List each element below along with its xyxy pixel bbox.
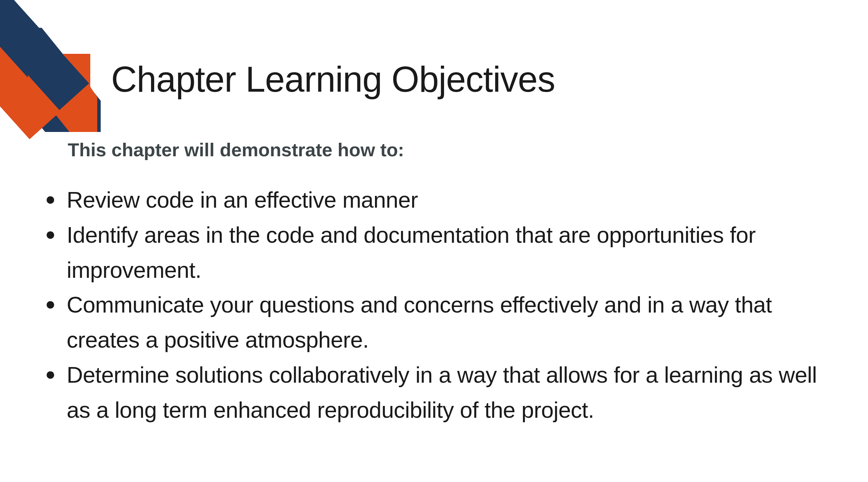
list-item: Review code in an effective manner xyxy=(45,183,826,218)
page-title: Chapter Learning Objectives xyxy=(111,59,555,100)
decorative-stripes-icon xyxy=(0,0,104,139)
objectives-list: Review code in an effective manner Ident… xyxy=(45,183,826,427)
page-subtitle: This chapter will demonstrate how to: xyxy=(68,139,404,160)
list-item: Communicate your questions and concerns … xyxy=(45,288,826,358)
list-item: Identify areas in the code and documenta… xyxy=(45,218,826,288)
list-item: Determine solutions collaboratively in a… xyxy=(45,358,826,428)
